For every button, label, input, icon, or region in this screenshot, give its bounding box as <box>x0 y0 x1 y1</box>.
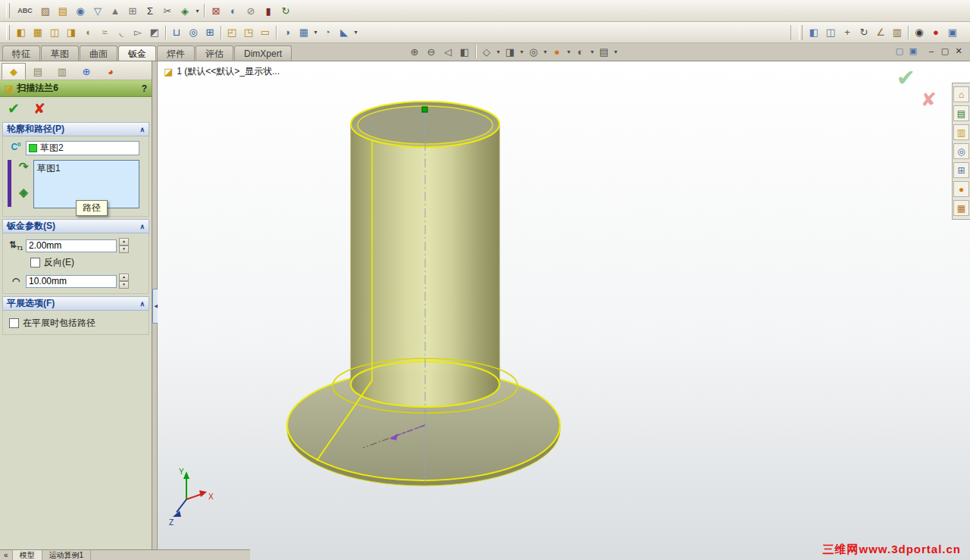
feature-tree-flyout[interactable]: ◪ 1 (默认<<默认>_显示状... <box>164 65 280 78</box>
vent-icon[interactable]: ⊞ <box>202 25 218 40</box>
weld-symbol-icon[interactable]: ▲ <box>107 3 124 18</box>
balloon-icon[interactable]: ◉ <box>72 3 89 18</box>
closed-corner-icon[interactable]: ◩ <box>146 25 163 40</box>
view-orientation-icon-dropdown[interactable]: ▾ <box>495 48 502 55</box>
edit-appearance-icon[interactable]: ● <box>549 44 565 59</box>
bend-radius-spin-down[interactable]: ▼ <box>119 281 129 289</box>
swept-flange-icon[interactable]: ▦ <box>30 25 46 40</box>
status-collapse-button[interactable]: « <box>0 550 13 560</box>
chamfer-icon-dropdown[interactable]: ▾ <box>352 29 359 36</box>
mass-properties-icon[interactable]: ▥ <box>889 25 906 40</box>
hide-show-items-icon[interactable]: ◎ <box>525 44 542 59</box>
display-style-icon-dropdown[interactable]: ▾ <box>518 48 525 55</box>
geometric-tolerance-icon[interactable]: ⊞ <box>124 3 141 18</box>
block-icon[interactable]: ◈ <box>177 3 193 18</box>
drawing-icon[interactable]: ◫ <box>822 25 839 40</box>
linear-pattern-icon[interactable]: ▦ <box>296 25 312 40</box>
extruded-cut-icon[interactable]: ⊔ <box>168 25 185 40</box>
window-cascade-icon[interactable]: ▢ <box>893 43 906 58</box>
image-export-icon[interactable]: ▣ <box>944 25 961 40</box>
view-palette-icon[interactable]: ⊞ <box>953 162 969 178</box>
command-tab-评估[interactable]: 评估 <box>196 45 233 61</box>
hem-icon[interactable]: ◖ <box>80 25 96 40</box>
apply-scene-icon[interactable]: ◐ <box>572 44 589 59</box>
status-tab-运动算例1[interactable]: 运动算例1 <box>42 550 92 560</box>
graphics-viewport[interactable]: ◪ 1 (默认<<默认>_显示状... ✔ ✘ ⌂▤▥◎⊞●▦ <box>158 61 970 560</box>
command-tab-特征[interactable]: 特征 <box>2 45 40 61</box>
flatten-icon[interactable]: ▭ <box>257 25 274 40</box>
cancel-button[interactable]: ✘ <box>33 102 45 116</box>
appearances-icon[interactable]: ● <box>953 181 969 197</box>
zoom-fit-icon[interactable]: ⊕ <box>406 44 423 59</box>
hide-show-items-icon-dropdown[interactable]: ▾ <box>542 48 549 55</box>
window-tile-icon[interactable]: ▣ <box>906 43 920 58</box>
custom-properties-icon[interactable]: ▦ <box>953 200 969 216</box>
include-path-checkbox[interactable] <box>9 318 19 328</box>
design-library-icon[interactable]: ▤ <box>953 105 969 121</box>
confirm-cancel-icon[interactable]: ✘ <box>921 89 937 111</box>
model-items-icon[interactable]: ◐ <box>225 3 242 18</box>
panel-splitter[interactable]: ◀ <box>152 61 158 560</box>
thickness-spin-up[interactable]: ▲ <box>119 238 129 246</box>
display-manager-tab[interactable]: ◕ <box>99 63 123 80</box>
configuration-manager-tab[interactable]: ▥ <box>50 63 74 80</box>
pan-icon[interactable]: + <box>839 25 856 40</box>
trim-entities-icon[interactable]: ✂ <box>159 3 176 18</box>
miter-flange-icon[interactable]: ◨ <box>63 25 80 40</box>
equation-sigma-icon[interactable]: Σ <box>142 3 158 18</box>
help-button[interactable]: ? <box>142 83 147 94</box>
edge-flange-icon[interactable]: ◫ <box>46 25 63 40</box>
format-painter-icon[interactable]: ▨ <box>37 3 54 18</box>
base-flange-icon[interactable]: ◧ <box>13 25 30 40</box>
record-video-icon[interactable]: ● <box>928 25 944 40</box>
model-3d-swept-flange[interactable]: Y X Z <box>158 61 970 558</box>
section-view-icon[interactable]: ◧ <box>456 44 473 59</box>
command-tab-焊件[interactable]: 焊件 <box>157 45 195 61</box>
command-tab-草图[interactable]: 草图 <box>41 45 79 61</box>
spell-check-icon[interactable]: ABC <box>14 3 36 18</box>
collapse-chevron-icon[interactable]: ∧ <box>139 300 145 308</box>
feature-manager-tab[interactable]: ◆ <box>2 63 26 80</box>
thickness-spin-down[interactable]: ▼ <box>119 246 129 253</box>
group-profile-path-header[interactable]: 轮廓和路径(P) ∧ <box>2 122 149 136</box>
fillet-icon[interactable]: ◔ <box>319 25 336 40</box>
search-icon[interactable]: ◎ <box>953 143 969 159</box>
command-tab-曲面[interactable]: 曲面 <box>80 45 117 61</box>
rotate-view-icon[interactable]: ↻ <box>856 25 872 40</box>
mirror-icon[interactable]: ◑ <box>279 25 296 40</box>
rebuild-icon[interactable]: ↻ <box>277 3 294 18</box>
command-tab-钣金[interactable]: 钣金 <box>118 45 156 61</box>
fold-icon[interactable]: ◳ <box>240 25 257 40</box>
zoom-area-icon[interactable]: ⊖ <box>423 44 440 59</box>
minimize-button[interactable]: – <box>925 43 938 58</box>
dimension-icon[interactable]: ⊠ <box>208 3 224 18</box>
edit-appearance-icon-dropdown[interactable]: ▾ <box>565 48 572 55</box>
view-settings-icon-dropdown[interactable]: ▾ <box>612 48 619 55</box>
unfold-icon[interactable]: ◰ <box>224 25 240 40</box>
jog-icon[interactable]: ≈ <box>96 25 113 40</box>
view-orientation-icon[interactable]: ◇ <box>478 44 495 59</box>
feature-tree-root-label[interactable]: 1 (默认<<默认>_显示状... <box>177 65 280 78</box>
bend-radius-spin-up[interactable]: ▲ <box>119 274 129 281</box>
simple-hole-icon[interactable]: ◎ <box>185 25 202 40</box>
toolbar-drag-handle[interactable] <box>799 25 803 40</box>
dimxpert-manager-tab[interactable]: ⊕ <box>74 63 99 80</box>
close-button[interactable]: ✕ <box>952 43 965 58</box>
toolbar-drag-handle[interactable] <box>6 25 10 40</box>
display-style-icon[interactable]: ◨ <box>502 44 518 59</box>
status-tab-模型[interactable]: 模型 <box>13 550 42 560</box>
confirm-check-icon[interactable]: ✔ <box>896 64 915 91</box>
toolbar-drag-handle[interactable] <box>6 3 10 18</box>
view-settings-icon[interactable]: ▤ <box>596 44 612 59</box>
reverse-direction-checkbox[interactable] <box>30 258 40 267</box>
profile-selection-field[interactable]: 草图2 <box>26 141 139 155</box>
collapse-chevron-icon[interactable]: ∧ <box>139 223 145 230</box>
bar-display-icon[interactable]: ▮ <box>260 3 277 18</box>
file-explorer-icon[interactable]: ▥ <box>953 124 969 140</box>
no-preview-icon[interactable]: ⊘ <box>242 3 259 18</box>
thickness-input[interactable] <box>26 239 117 252</box>
surface-finish-icon[interactable]: ▽ <box>89 3 106 18</box>
linear-pattern-icon-dropdown[interactable]: ▾ <box>312 29 319 36</box>
screen-capture-icon[interactable]: ◉ <box>911 25 928 40</box>
property-manager-tab[interactable]: ▤ <box>26 63 50 80</box>
